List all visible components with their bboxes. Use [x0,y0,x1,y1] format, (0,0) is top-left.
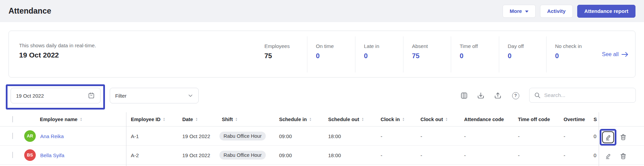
employee-id-cell: A-1 [131,127,139,146]
shift-chip: Rabu Office Hour [219,151,266,160]
sort-icon: ▲▼ [80,117,82,121]
time-off-code-cell: - [518,127,520,146]
stat-late-in: Late in 0 [355,36,403,72]
summary-date-block: This shows daily data in real-time. 19 O… [19,43,96,59]
avatar: BS [24,149,36,161]
employee-name-link[interactable]: Ana Reika [40,127,64,146]
sort-icon: ▲▼ [163,117,165,121]
trash-icon [619,133,627,141]
edit-button[interactable] [602,131,614,143]
clipped-value-cell: 0 [594,127,598,146]
schedule-in-cell: 09:00 [279,127,292,146]
column-header-schedule-in[interactable]: Schedule in ▲▼ [279,112,311,127]
help-button[interactable]: ? [511,91,520,100]
column-header-clipped[interactable]: S [594,112,598,127]
activity-button[interactable]: Activity [540,5,573,18]
delete-button[interactable] [619,152,627,160]
trash-icon [619,152,627,160]
stat-on-time: On time 0 [307,36,355,72]
column-header-schedule-out[interactable]: Schedule out ▲▼ [328,112,364,127]
filter-dropdown[interactable]: Filter [110,88,199,103]
clock-in-cell: - [381,146,382,165]
filter-dropdown-label: Filter [115,93,126,99]
select-all-checkbox-cell [12,116,13,122]
clipped-value-cell: 0 [594,146,598,165]
topbar: Attendance More Activity Attendance repo… [0,0,644,22]
shift-cell: Rabu Office Hour [219,127,266,146]
column-header-clock-out[interactable]: Clock out ▲▼ [420,112,448,127]
summary-stats: Employees 75 On time 0 Late in 0 Absent … [256,36,636,72]
avatar: AR [24,130,36,142]
shift-chip: Rabu Office Hour [219,132,266,140]
attendance-report-label: Attendance report [584,8,628,14]
help-icon: ? [512,92,519,99]
time-off-code-cell: - [518,146,520,165]
column-header-date[interactable]: Date ▲▼ [182,112,198,127]
row-checkbox-cell [12,133,13,139]
export-button[interactable] [493,91,502,100]
employee-name-link[interactable]: Bella Syifa [40,146,64,165]
attendance-code-cell: - [464,146,466,165]
calendar-icon [88,92,95,99]
sort-icon: ▲▼ [445,117,448,121]
see-all-label: See all [602,51,619,57]
schedule-out-cell: 18:00 [328,127,341,146]
column-header-employee-name[interactable]: Employee name ▲▼ [40,112,82,127]
table-row: AR Ana Reika A-1 19 Oct 2022 Rabu Office… [0,127,644,146]
actions-column-divider [599,112,599,166]
delete-button[interactable] [619,133,627,141]
overtime-cell: - [564,127,565,146]
topbar-actions: More Activity Attendance report [503,5,635,18]
clock-out-cell: - [420,127,422,146]
column-header-employee-id[interactable]: Employee ID ▲▼ [131,112,165,127]
attendance-report-button[interactable]: Attendance report [577,5,635,18]
column-header-shift[interactable]: Shift ▲▼ [222,112,237,127]
sort-icon: ▲▼ [402,117,404,121]
more-button-label: More [510,8,522,14]
table-row: BS Bella Syifa A-2 19 Oct 2022 Rabu Offi… [0,146,644,165]
edit-button[interactable] [604,152,612,160]
schedule-in-cell: 09:00 [279,146,292,165]
schedule-out-cell: 18:00 [328,146,341,165]
clock-out-cell: - [420,146,422,165]
date-picker-input[interactable]: 19 Oct 2022 [11,88,101,103]
edit-pencil-icon [605,153,612,160]
chevron-down-icon [188,93,193,98]
clock-in-cell: - [381,127,382,146]
stat-absent: Absent 75 [403,36,451,72]
sort-icon: ▲▼ [195,117,198,121]
column-header-time-off-code[interactable]: Time off code [518,112,550,127]
column-header-clock-in[interactable]: Clock in ▲▼ [381,112,404,127]
sort-icon: ▲▼ [235,117,237,121]
summary-date: 19 Oct 2022 [19,51,96,59]
shift-cell: Rabu Office Hour [219,146,266,165]
chevron-down-icon [525,11,528,13]
search-box [529,88,636,103]
select-all-checkbox[interactable] [12,116,13,122]
attendance-page: Attendance More Activity Attendance repo… [0,0,644,166]
row-checkbox[interactable] [12,133,13,139]
stat-time-off: Time off 0 [451,36,499,72]
daily-summary-card: This shows daily data in real-time. 19 O… [9,31,635,78]
attendance-code-cell: - [464,127,466,146]
row-checkbox[interactable] [12,152,13,158]
column-header-attendance-code[interactable]: Attendance code [464,112,504,127]
stat-employees: Employees 75 [256,36,307,72]
search-input[interactable] [544,92,631,98]
employee-id-cell: A-2 [131,146,139,165]
date-cell: 19 Oct 2022 [182,127,210,146]
sort-icon: ▲▼ [309,117,311,121]
columns-icon [460,92,468,100]
table-column-divider [126,112,126,166]
page-title: Attendance [9,6,51,16]
column-header-overtime[interactable]: Overtime [564,112,585,127]
activity-button-label: Activity [547,8,566,14]
stat-no-check-in: No check in 0 [546,36,595,72]
edit-pencil-icon [605,134,612,141]
stat-day-off: Day off 0 [499,36,546,72]
columns-button[interactable] [460,91,469,100]
see-all-cell: See all [595,36,636,72]
more-button[interactable]: More [503,5,536,18]
see-all-link[interactable]: See all [602,51,629,57]
download-button[interactable] [476,91,485,100]
